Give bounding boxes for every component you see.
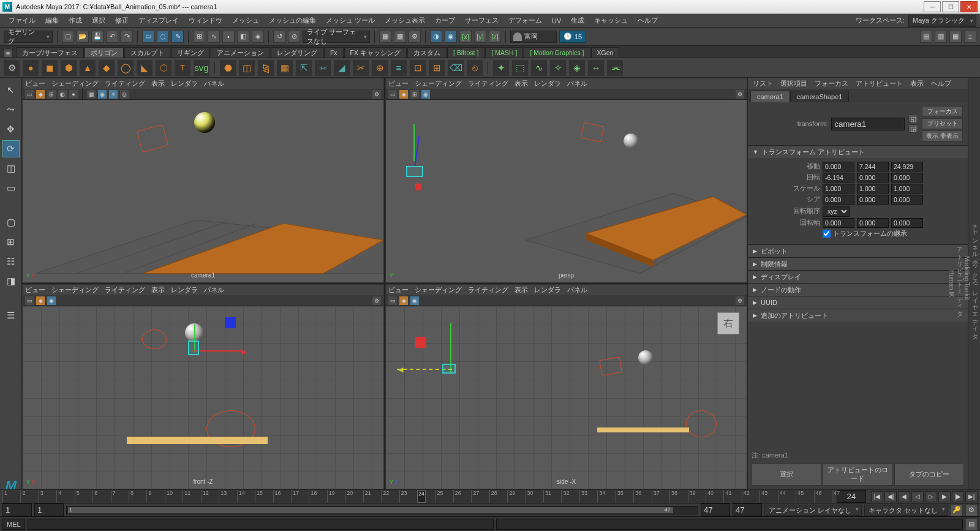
connect-icon[interactable]: ⫘ (607, 60, 623, 76)
step-back-button[interactable]: ◀ (898, 491, 910, 502)
tab-modeling-toolkit[interactable]: Modeling Toolkit (963, 84, 970, 472)
toggle-outliner-icon[interactable]: ≡ (964, 31, 976, 43)
viewcube[interactable]: 右 (717, 312, 739, 334)
render-settings-icon[interactable]: ⚙ (409, 31, 421, 43)
shelf-options-icon[interactable]: ⚙ (4, 60, 20, 76)
menu-mesh-tool[interactable]: メッシュ ツール (321, 16, 380, 25)
rotaxis-x-field[interactable] (823, 218, 854, 228)
history-icon[interactable]: ↺ (273, 31, 285, 43)
command-input[interactable] (28, 519, 494, 530)
bevel-icon[interactable]: ◢ (334, 60, 350, 76)
shelf-tab[interactable]: Fx (324, 47, 344, 58)
shelf-tab[interactable]: [ Bifrost ] (447, 47, 484, 58)
sym-x-icon[interactable]: [x] (459, 31, 472, 43)
extrude-icon[interactable]: ⇱ (296, 60, 312, 76)
time-slider[interactable]: 1234567891011121314151617181920212223242… (0, 489, 980, 503)
shear-y-field[interactable] (857, 195, 889, 205)
section-transform-attrs[interactable]: ▼トランスフォーム アトリビュート (748, 146, 968, 158)
section-collapsed[interactable]: ▶制限情報 (748, 258, 968, 270)
vp-icon[interactable]: ▭ (25, 296, 34, 305)
shelf-tab[interactable]: ポリゴン (85, 47, 124, 58)
tab-channelbox[interactable]: チャンネルボックス / レイヤ エディタ (970, 84, 979, 472)
vp-icon[interactable]: ⚙ (372, 90, 381, 99)
prefs-icon[interactable]: ⚙ (965, 504, 978, 516)
range-track[interactable]: 1 47 (66, 506, 698, 514)
rotate-z-field[interactable] (891, 173, 923, 183)
vp-icon[interactable]: ▭ (388, 90, 397, 99)
new-scene-icon[interactable]: ▢ (62, 31, 74, 43)
scale-y-field[interactable] (857, 184, 889, 194)
vp-icon[interactable]: ◆ (399, 296, 408, 305)
menu-curve[interactable]: カーブ (430, 16, 460, 25)
move-tool[interactable]: ✥ (2, 121, 20, 138)
tab-attribute-editor[interactable]: アトリビュート エディタ (955, 84, 963, 472)
rotate-order-dropdown[interactable]: xyz (823, 206, 850, 217)
shelf-tab[interactable]: カスタム (407, 47, 447, 58)
vp-icon[interactable]: ⊞ (410, 90, 419, 99)
snap-point-icon[interactable]: • (222, 31, 235, 43)
vp-icon[interactable]: ⚙ (736, 90, 744, 99)
redo-icon[interactable]: ↷ (121, 31, 133, 43)
account-dropdown[interactable]: 富岡 (510, 31, 557, 43)
target-weld-icon[interactable]: ⊕ (372, 60, 388, 76)
autokey-toggle-icon[interactable]: 🔑 (951, 504, 963, 516)
rotate-x-field[interactable] (823, 173, 854, 183)
minimize-button[interactable]: ─ (924, 1, 941, 12)
vp-icon[interactable]: ⚙ (372, 296, 381, 305)
go-end-button[interactable]: ▶| (965, 491, 978, 502)
bridge-icon[interactable]: ⇿ (315, 60, 331, 76)
load-attr-button[interactable]: アトリビュートのロード (823, 464, 892, 486)
section-collapsed[interactable]: ▶ディスプレイ (748, 271, 968, 283)
merge-icon[interactable]: ⊞ (429, 60, 445, 76)
layout-outliner-icon[interactable]: ☷ (2, 253, 20, 270)
poly-pyramid-icon[interactable]: ◣ (137, 60, 153, 76)
anim-layer-dropdown[interactable]: アニメーション レイヤなし (764, 505, 862, 516)
camera-manip-icon[interactable] (406, 166, 423, 177)
section-collapsed[interactable]: ▶ピボット (748, 245, 968, 257)
menu-modify[interactable]: 修正 (110, 16, 134, 25)
vp-icon[interactable]: ● (69, 90, 78, 99)
shelf-menu-icon[interactable]: ≡ (4, 49, 12, 58)
select-mode-icon[interactable]: ▭ (142, 31, 154, 43)
rotaxis-y-field[interactable] (857, 218, 889, 228)
translate-x-field[interactable] (823, 162, 854, 171)
crease-icon[interactable]: ∿ (531, 60, 547, 76)
go-start-button[interactable]: |◀ (871, 491, 883, 502)
outer-start-field[interactable] (2, 503, 32, 516)
poly-torus-icon[interactable]: ◯ (118, 60, 134, 76)
range-thumb[interactable] (68, 507, 673, 513)
snap-grid-icon[interactable]: ⊞ (193, 31, 205, 43)
vp-icon[interactable]: ◐ (58, 90, 67, 99)
poly-sphere-icon[interactable]: ● (23, 60, 39, 76)
character-set-dropdown[interactable]: キャラクタ セットなし (864, 505, 948, 516)
close-button[interactable]: ✕ (960, 1, 978, 12)
menu-help[interactable]: ヘルプ (633, 16, 663, 25)
vp-icon[interactable]: ▭ (388, 296, 397, 305)
rotaxis-z-field[interactable] (891, 218, 923, 228)
scale-tool[interactable]: ◫ (2, 160, 20, 177)
sym-y-icon[interactable]: [y] (474, 31, 486, 43)
poly-svg-icon[interactable]: svg (194, 60, 209, 76)
inherit-transform-checkbox[interactable] (823, 230, 831, 238)
shelf-tab[interactable]: [ MASH ] (485, 47, 523, 58)
shelf-tab[interactable]: FX キャッシング (344, 47, 407, 58)
collapse-icon[interactable]: ⊡ (410, 60, 426, 76)
camera-manip-icon[interactable] (188, 341, 199, 355)
vp-icon[interactable]: ◉ (98, 90, 107, 99)
vp-icon[interactable]: ⊞ (47, 90, 56, 99)
detach-icon[interactable]: ⎋ (467, 60, 483, 76)
poly-cube-icon[interactable]: ◼ (42, 60, 58, 76)
vp-icon[interactable]: ◎ (120, 90, 129, 99)
menu-select[interactable]: 選択 (87, 16, 110, 25)
create-poly-icon[interactable]: ✧ (550, 60, 566, 76)
shear-z-field[interactable] (891, 195, 923, 205)
section-collapsed[interactable]: ▶UUID (748, 296, 968, 309)
poly-cone-icon[interactable]: ▲ (80, 60, 96, 76)
step-forward-button[interactable]: ▶ (938, 491, 951, 502)
toggle-channelbox-icon[interactable]: ▤ (920, 31, 932, 43)
undo-icon[interactable]: ↶ (106, 31, 118, 43)
wireframe-icon[interactable]: ◉ (445, 31, 457, 43)
lasso-tool[interactable]: ⤳ (2, 101, 20, 118)
toggle-attr-icon[interactable]: ▦ (949, 31, 962, 43)
menu-create[interactable]: 作成 (64, 16, 87, 25)
